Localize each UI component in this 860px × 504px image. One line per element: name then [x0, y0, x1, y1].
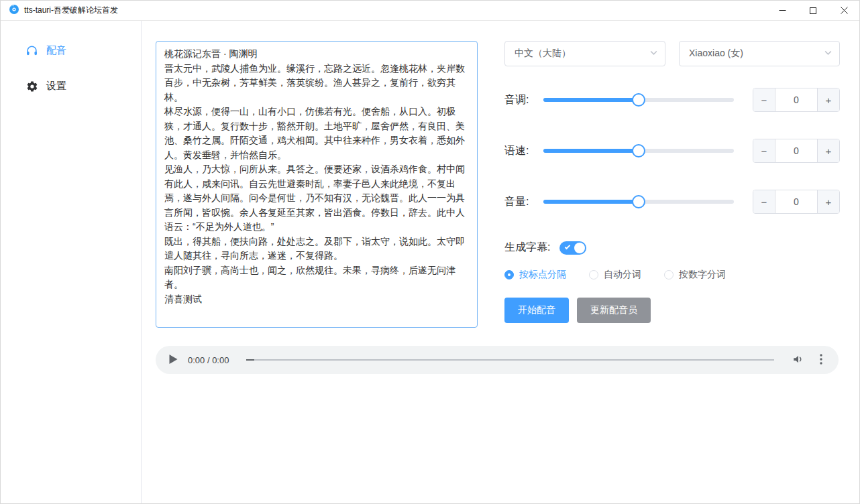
headphones-icon [25, 44, 38, 57]
update-voices-button[interactable]: 更新配音员 [577, 298, 651, 323]
pitch-stepper: − 0 + [753, 88, 840, 112]
pitch-row: 音调: − 0 + [504, 88, 840, 112]
volume-row: 音量: − 0 + [504, 190, 840, 214]
sidebar-item-settings[interactable]: 设置 [1, 74, 141, 99]
language-select-value: 中文（大陆） [515, 48, 571, 60]
chevron-down-icon [824, 48, 832, 59]
voice-controls-panel: 中文（大陆） Xiaoxiao (女) [504, 41, 840, 328]
app-window: tts-tauri-吾爱破解论坛首发 [0, 0, 860, 504]
radio-icon [589, 270, 598, 279]
slider-fill [543, 149, 639, 153]
gear-icon [25, 80, 38, 92]
speed-row: 语速: − 0 + [504, 139, 840, 163]
increase-button[interactable]: + [817, 190, 839, 213]
play-button[interactable] [168, 355, 178, 365]
radio-label: 按标点分隔 [519, 269, 566, 281]
radio-icon [664, 270, 674, 279]
time-display: 0:00 / 0:00 [188, 355, 229, 365]
decrease-button[interactable]: − [753, 88, 775, 111]
radio-label: 自动分词 [604, 269, 641, 281]
decrease-button[interactable]: − [753, 190, 775, 213]
pitch-label: 音调: [504, 93, 543, 107]
tts-text-input[interactable]: 桃花源记东晋 · 陶渊明 晋太元中，武陵人捕鱼为业。缘溪行，忘路之远近。忽逢桃花… [156, 41, 478, 328]
pitch-slider-handle[interactable] [632, 93, 645, 107]
speed-slider-handle[interactable] [632, 144, 645, 158]
radio-auto-segment[interactable]: 自动分词 [589, 269, 641, 281]
more-options-icon [820, 354, 822, 367]
sidebar-item-label: 设置 [46, 80, 66, 92]
speed-stepper: − 0 + [753, 139, 840, 163]
action-buttons: 开始配音 更新配音员 [504, 298, 840, 323]
subtitle-toggle-row: 生成字幕: [504, 241, 840, 255]
chevron-down-icon [649, 48, 658, 59]
close-button[interactable] [828, 1, 859, 20]
increase-button[interactable]: + [817, 139, 839, 162]
volume-stepper: − 0 + [753, 190, 840, 214]
volume-slider[interactable] [543, 200, 734, 204]
increase-button[interactable]: + [817, 88, 839, 111]
volume-button[interactable] [792, 353, 805, 367]
main-content: 桃花源记东晋 · 陶渊明 晋太元中，武陵人捕鱼为业。缘溪行，忘路之远近。忽逢桃花… [142, 21, 859, 503]
titlebar: tts-tauri-吾爱破解论坛首发 [1, 1, 859, 21]
radio-number-segment[interactable]: 按数字分词 [664, 269, 726, 281]
speed-label: 语速: [504, 144, 543, 158]
radio-label: 按数字分词 [679, 269, 726, 281]
segmentation-options: 按标点分隔 自动分词 按数字分词 [504, 269, 840, 281]
seek-thumb[interactable] [246, 359, 254, 361]
voice-select[interactable]: Xiaoxiao (女) [679, 41, 840, 66]
more-options-button[interactable] [814, 353, 828, 367]
subtitle-toggle-label: 生成字幕: [504, 241, 550, 255]
sidebar: 配音 设置 [1, 21, 142, 503]
sidebar-item-dubbing[interactable]: 配音 [1, 38, 141, 63]
radio-icon [504, 270, 514, 279]
pitch-slider[interactable] [543, 98, 734, 102]
volume-label: 音量: [504, 195, 543, 209]
window-controls [767, 1, 859, 20]
language-select[interactable]: 中文（大陆） [504, 41, 665, 66]
app-logo-icon [9, 4, 19, 17]
seek-bar[interactable] [246, 359, 774, 361]
app-body: 配音 设置 桃花源记东晋 · 陶渊明 晋太元中，武陵人捕鱼为业。缘溪行，忘路之远… [1, 21, 859, 503]
minimize-button[interactable] [767, 1, 798, 20]
slider-fill [543, 98, 639, 102]
switch-knob [574, 243, 585, 253]
voice-select-value: Xiaoxiao (女) [689, 48, 743, 60]
volume-icon [792, 353, 804, 367]
decrease-button[interactable]: − [753, 139, 775, 162]
speed-slider[interactable] [543, 149, 734, 153]
volume-value[interactable]: 0 [775, 190, 817, 213]
titlebar-left: tts-tauri-吾爱破解论坛首发 [1, 4, 118, 17]
sidebar-item-label: 配音 [46, 44, 66, 57]
close-icon [841, 7, 848, 14]
subtitle-toggle-switch[interactable] [559, 241, 586, 255]
volume-slider-handle[interactable] [632, 195, 645, 208]
minimize-icon [779, 7, 786, 14]
maximize-icon [810, 7, 816, 14]
start-dubbing-button[interactable]: 开始配音 [504, 298, 569, 323]
play-icon [169, 355, 178, 366]
maximize-button[interactable] [798, 1, 828, 20]
audio-player: 0:00 / 0:00 [156, 346, 839, 374]
check-icon [565, 243, 570, 249]
radio-punctuation-split[interactable]: 按标点分隔 [504, 269, 566, 281]
app-title: tts-tauri-吾爱破解论坛首发 [24, 5, 118, 16]
speed-value[interactable]: 0 [775, 139, 817, 162]
slider-fill [543, 200, 639, 204]
pitch-value[interactable]: 0 [775, 88, 817, 111]
